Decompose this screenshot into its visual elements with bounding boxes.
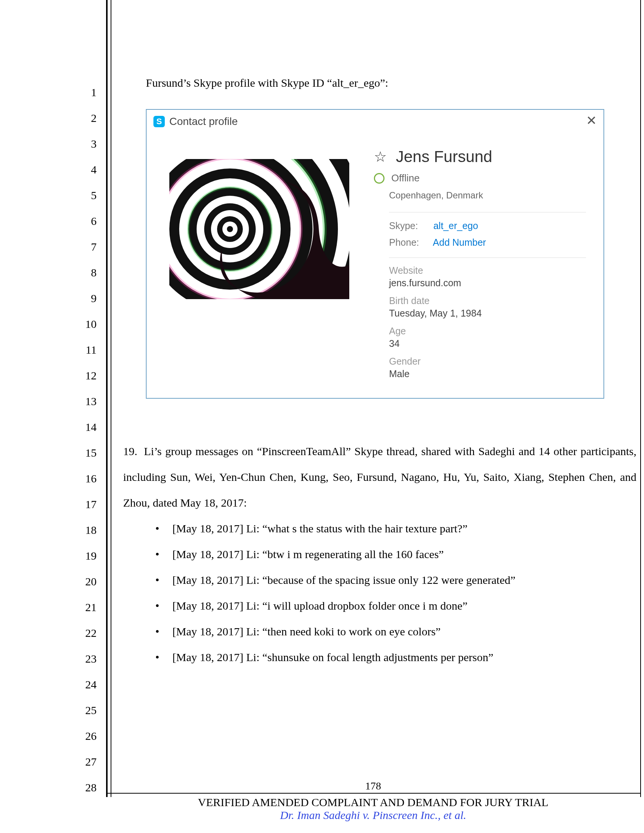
line-number: 13 bbox=[74, 389, 97, 414]
paragraph-19-bullets: [May 18, 2017] Li: “what s the status wi… bbox=[123, 516, 636, 670]
line-number: 9 bbox=[74, 286, 97, 311]
page-footer: 178 VERIFIED AMENDED COMPLAINT AND DEMAN… bbox=[106, 780, 640, 822]
divider bbox=[389, 257, 586, 258]
list-item: [May 18, 2017] Li: “btw i m regenerating… bbox=[172, 542, 636, 567]
birth-date-value: Tuesday, May 1, 1984 bbox=[389, 308, 482, 319]
line-number: 16 bbox=[74, 466, 97, 492]
website-value[interactable]: jens.fursund.com bbox=[389, 278, 461, 288]
pleading-right-rule bbox=[640, 0, 641, 797]
line-number: 26 bbox=[74, 723, 97, 749]
contact-name: Jens Fursund bbox=[396, 148, 492, 166]
svg-point-18 bbox=[227, 226, 233, 232]
line-number: 6 bbox=[74, 208, 97, 234]
line-number: 24 bbox=[74, 672, 97, 698]
page-number: 178 bbox=[106, 780, 640, 792]
favorite-star-icon[interactable]: ☆ bbox=[374, 150, 387, 164]
avatar-image bbox=[169, 159, 349, 299]
line-number: 7 bbox=[74, 234, 97, 260]
line-number: 17 bbox=[74, 492, 97, 517]
line-number: 4 bbox=[74, 157, 97, 182]
footer-rule bbox=[106, 793, 640, 794]
skype-id-value[interactable]: alt_er_ego bbox=[433, 220, 478, 231]
skype-id-label: Skype: bbox=[389, 220, 431, 232]
list-item: [May 18, 2017] Li: “i will upload dropbo… bbox=[172, 593, 636, 619]
presence-status-text: Offline bbox=[391, 172, 420, 184]
line-number: 19 bbox=[74, 543, 97, 569]
line-number: 10 bbox=[74, 311, 97, 337]
list-item: [May 18, 2017] Li: “shunsuke on focal le… bbox=[172, 645, 636, 670]
paragraph-19-lead: Li’s group messages on “PinscreenTeamAll… bbox=[123, 445, 636, 509]
add-phone-number-link[interactable]: Add Number bbox=[433, 237, 486, 248]
line-number: 8 bbox=[74, 260, 97, 286]
skype-logo-icon: S bbox=[153, 116, 165, 127]
presence-offline-icon bbox=[374, 173, 385, 183]
age-value: 34 bbox=[389, 338, 406, 349]
age-label: Age bbox=[389, 326, 406, 337]
gender-value: Male bbox=[389, 368, 420, 380]
line-number: 1 bbox=[74, 79, 97, 105]
line-number: 5 bbox=[74, 182, 97, 208]
avatar[interactable] bbox=[169, 159, 349, 299]
line-number: 23 bbox=[74, 646, 97, 672]
paragraph-19: 19.Li’s group messages on “PinscreenTeam… bbox=[123, 439, 636, 670]
list-item: [May 18, 2017] Li: “then need koki to wo… bbox=[172, 619, 636, 645]
line-number-gutter: 1 2 3 4 5 6 7 8 9 10 11 12 13 14 15 16 1… bbox=[74, 79, 97, 801]
pleading-double-rule bbox=[106, 0, 108, 797]
list-item: [May 18, 2017] Li: “what s the status wi… bbox=[172, 516, 636, 542]
skype-contact-profile-card: S Contact profile ✕ bbox=[146, 109, 604, 399]
line-number: 22 bbox=[74, 620, 97, 646]
line-number: 21 bbox=[74, 595, 97, 620]
phone-label: Phone: bbox=[389, 237, 431, 248]
line-number: 25 bbox=[74, 698, 97, 723]
line-number: 11 bbox=[74, 337, 97, 363]
line-number: 12 bbox=[74, 363, 97, 389]
intro-text: Fursund’s Skype profile with Skype ID “a… bbox=[146, 77, 388, 89]
close-icon[interactable]: ✕ bbox=[586, 114, 597, 127]
line-number: 15 bbox=[74, 440, 97, 466]
line-number: 20 bbox=[74, 569, 97, 595]
divider bbox=[389, 212, 586, 212]
line-number: 28 bbox=[74, 775, 97, 801]
birth-date-label: Birth date bbox=[389, 295, 482, 306]
contact-location: Copenhagen, Denmark bbox=[389, 190, 483, 201]
line-number: 3 bbox=[74, 131, 97, 157]
line-number: 27 bbox=[74, 749, 97, 775]
line-number: 14 bbox=[74, 414, 97, 440]
list-item: [May 18, 2017] Li: “because of the spaci… bbox=[172, 567, 636, 593]
contact-profile-title: Contact profile bbox=[169, 116, 238, 128]
website-label: Website bbox=[389, 265, 461, 276]
paragraph-number: 19. bbox=[123, 439, 144, 464]
line-number: 18 bbox=[74, 517, 97, 543]
footer-parties: Dr. Iman Sadeghi v. Pinscreen Inc., et a… bbox=[106, 809, 640, 822]
footer-caption: VERIFIED AMENDED COMPLAINT AND DEMAND FO… bbox=[106, 796, 640, 809]
gender-label: Gender bbox=[389, 356, 420, 367]
line-number: 2 bbox=[74, 105, 97, 131]
